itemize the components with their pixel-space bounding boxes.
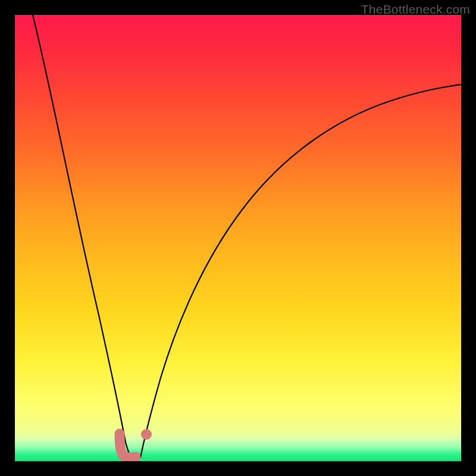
curve-right-branch xyxy=(140,84,461,458)
bottleneck-plot xyxy=(15,15,461,461)
right-dot-marker xyxy=(141,429,152,440)
watermark-text: TheBottleneck.com xyxy=(361,2,470,17)
chart-frame: TheBottleneck.com xyxy=(0,0,476,476)
curve-left-branch xyxy=(33,15,131,458)
valley-L-marker xyxy=(120,434,136,458)
curve-layer xyxy=(15,15,461,461)
